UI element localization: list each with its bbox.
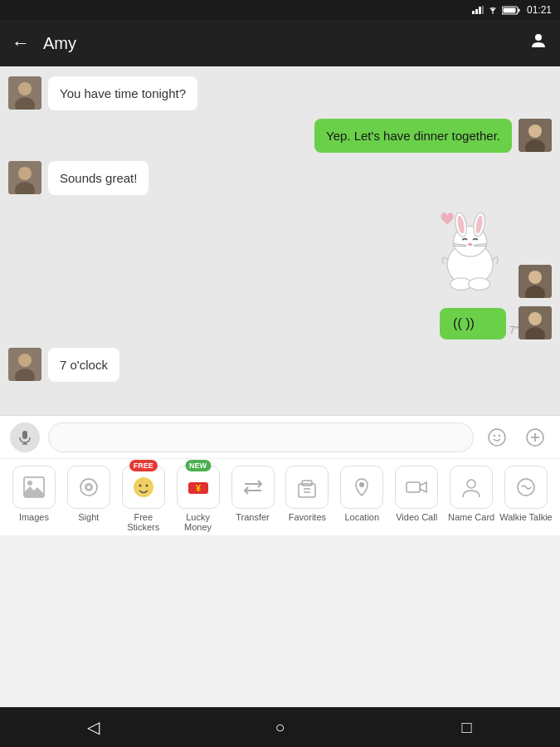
lucky-money-label: Lucky Money <box>172 512 225 532</box>
toolbar-item-location[interactable]: Location <box>335 466 388 522</box>
svg-point-43 <box>489 429 505 446</box>
message-row <box>8 203 552 298</box>
nav-home-button[interactable]: ○ <box>261 707 300 747</box>
emoji-button[interactable] <box>482 422 512 452</box>
svg-point-19 <box>528 271 542 284</box>
signal-icon <box>472 6 484 14</box>
avatar <box>519 265 552 298</box>
sticker-icon <box>132 476 155 499</box>
svg-rect-66 <box>407 482 420 492</box>
top-bar: ← Amy <box>0 20 560 66</box>
svg-point-35 <box>528 312 542 325</box>
free-stickers-label: Free Stickers <box>117 512 170 532</box>
favorites-label: Favorites <box>289 512 326 522</box>
name-card-icon <box>460 476 483 499</box>
toolbar-item-sight[interactable]: Sight <box>62 466 115 522</box>
new-badge: NEW <box>185 460 211 471</box>
lucky-money-icon-wrap: NEW ¥ <box>177 466 220 509</box>
toolbar-item-lucky-money[interactable]: NEW ¥ Lucky Money <box>172 466 225 532</box>
toolbar-item-favorites[interactable]: Favorites <box>280 466 334 522</box>
svg-point-13 <box>528 124 542 138</box>
location-label: Location <box>344 512 379 522</box>
avatar <box>519 306 552 339</box>
svg-point-45 <box>499 434 500 436</box>
contact-name: Amy <box>43 34 528 53</box>
plus-button[interactable] <box>520 422 550 452</box>
toolbar-item-walkie-talkie[interactable]: Walkie Talkie <box>499 466 553 522</box>
svg-point-56 <box>145 485 148 487</box>
nav-bar: ◁ ○ □ <box>0 707 560 747</box>
favorites-icon <box>295 476 319 499</box>
chat-area: You have time tonight? Yep. Let's have d… <box>0 66 560 415</box>
message-bubble: Sounds great! <box>48 161 149 195</box>
toolbar-item-name-card[interactable]: Name Card <box>445 466 498 522</box>
message-row: 7 o'clock <box>8 348 552 382</box>
battery-icon <box>502 6 520 15</box>
svg-point-16 <box>18 167 32 180</box>
toolbar-item-video-call[interactable]: Video Call <box>390 466 443 522</box>
voice-time-label: 7" <box>509 325 519 336</box>
toolbar-item-transfer[interactable]: Transfer <box>226 466 280 522</box>
toolbar-item-images[interactable]: Images <box>7 466 61 522</box>
svg-rect-62 <box>302 481 312 486</box>
message-input[interactable] <box>48 422 474 452</box>
message-row: 7" (( )) <box>8 306 552 339</box>
svg-point-27 <box>468 243 473 247</box>
svg-point-4 <box>492 12 494 14</box>
status-bar: 01:21 <box>0 0 560 20</box>
svg-point-10 <box>18 82 32 95</box>
message-row: You have time tonight? <box>8 76 552 110</box>
avatar-image <box>519 119 552 152</box>
avatar <box>8 161 41 194</box>
message-row: Yep. Let's have dinner together. <box>8 119 552 153</box>
walkie-talkie-icon <box>514 476 538 499</box>
transfer-label: Transfer <box>236 512 270 522</box>
wifi-icon <box>487 6 499 14</box>
walkie-talkie-icon-wrap <box>504 466 548 509</box>
avatar-image <box>519 306 552 339</box>
svg-rect-6 <box>518 8 519 12</box>
voice-wave-icon: (( )) <box>453 316 475 331</box>
avatar <box>519 119 552 152</box>
sticker-message <box>421 203 512 298</box>
time-display: 01:21 <box>527 4 552 16</box>
toolbar-items: Images Sight FREE <box>0 466 560 532</box>
svg-point-38 <box>18 354 32 367</box>
location-icon <box>350 476 373 499</box>
plus-icon <box>525 427 545 447</box>
location-icon-wrap <box>340 466 383 509</box>
avatar-image <box>8 161 41 194</box>
lucky-money-icon: ¥ <box>187 476 210 499</box>
svg-rect-40 <box>22 431 27 439</box>
avatar <box>8 348 41 381</box>
message-row: Sounds great! <box>8 161 552 195</box>
avatar-image <box>519 265 552 298</box>
profile-button[interactable] <box>528 31 548 56</box>
svg-rect-7 <box>503 7 515 12</box>
svg-point-54 <box>134 477 153 497</box>
svg-point-50 <box>27 481 32 486</box>
input-area <box>0 415 560 458</box>
svg-point-53 <box>87 486 90 489</box>
svg-point-55 <box>139 485 141 487</box>
back-button[interactable]: ← <box>12 32 30 54</box>
svg-point-67 <box>467 480 475 488</box>
video-call-icon <box>405 476 428 499</box>
images-label: Images <box>19 512 49 522</box>
bottom-toolbar: Images Sight FREE <box>0 458 560 535</box>
free-badge: FREE <box>129 460 158 471</box>
nav-recent-button[interactable]: □ <box>447 707 487 747</box>
message-bubble: Yep. Let's have dinner together. <box>314 119 512 153</box>
nav-back-button[interactable]: ◁ <box>74 707 114 747</box>
emoji-icon <box>487 427 507 447</box>
voice-message-bubble[interactable]: (( )) <box>440 308 506 339</box>
name-card-icon-wrap <box>450 466 493 509</box>
nav-back-icon: ◁ <box>87 717 100 737</box>
voice-button[interactable] <box>10 422 40 452</box>
message-bubble: 7 o'clock <box>48 348 119 382</box>
svg-point-65 <box>359 482 364 487</box>
toolbar-item-free-stickers[interactable]: FREE Free Stickers <box>117 466 170 532</box>
free-stickers-icon-wrap: FREE <box>122 466 165 509</box>
sight-icon-wrap <box>67 466 110 509</box>
sticker-image <box>421 203 512 295</box>
